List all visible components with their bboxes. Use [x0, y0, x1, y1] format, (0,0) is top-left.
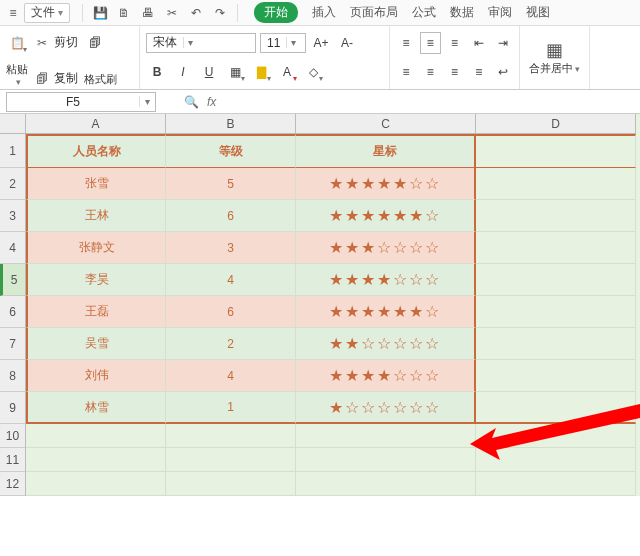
print-preview-icon[interactable]: 🗎 — [113, 6, 135, 20]
column-header-d[interactable]: D — [476, 114, 636, 134]
cell[interactable] — [476, 472, 636, 496]
fill-color-button[interactable]: ▇▾ — [250, 61, 272, 83]
redo-icon[interactable]: ↷ — [209, 6, 231, 20]
cell[interactable] — [166, 448, 296, 472]
row-header-4[interactable]: 4 — [0, 232, 26, 264]
row-header-10[interactable]: 10 — [0, 424, 26, 448]
cell[interactable]: ★★★★★★☆ — [296, 296, 476, 328]
cell[interactable]: ★★★★☆☆☆ — [296, 264, 476, 296]
paste-icon[interactable]: 📋▾ — [6, 32, 28, 54]
row-header-8[interactable]: 8 — [0, 360, 26, 392]
app-menu-icon[interactable]: ≡ — [4, 4, 22, 22]
row-header-6[interactable]: 6 — [0, 296, 26, 328]
cell[interactable] — [476, 392, 636, 424]
tab-start[interactable]: 开始 — [254, 2, 298, 23]
cancel-edit-icon[interactable]: 🔍 — [184, 95, 199, 109]
cell[interactable] — [476, 200, 636, 232]
align-center-icon[interactable]: ≡ — [420, 61, 440, 83]
align-top-icon[interactable]: ≡ — [396, 32, 416, 54]
cell[interactable]: 张静文 — [26, 232, 166, 264]
save-icon[interactable]: 💾 — [89, 6, 111, 20]
cut-icon[interactable]: ✂ — [161, 6, 183, 20]
copy-button[interactable]: 🗐复制 — [34, 70, 78, 87]
cut-button[interactable]: ✂剪切 — [34, 34, 78, 51]
cell[interactable]: 林雪 — [26, 392, 166, 424]
format-painter-button[interactable]: 格式刷 — [84, 72, 117, 87]
tab-data[interactable]: 数据 — [450, 4, 474, 21]
cell[interactable]: 3 — [166, 232, 296, 264]
cell[interactable]: 张雪 — [26, 168, 166, 200]
font-name-combo[interactable]: 宋体▾ — [146, 33, 256, 53]
print-icon[interactable]: 🖶 — [137, 6, 159, 20]
cell[interactable] — [476, 168, 636, 200]
cell[interactable] — [26, 448, 166, 472]
cell[interactable] — [26, 472, 166, 496]
indent-left-icon[interactable]: ⇤ — [469, 32, 489, 54]
tab-insert[interactable]: 插入 — [312, 4, 336, 21]
cell[interactable] — [26, 424, 166, 448]
clear-format-button[interactable]: ◇▾ — [302, 61, 324, 83]
file-menu-button[interactable]: 文件 ▾ — [24, 3, 70, 23]
cell[interactable]: ★★★★★☆☆ — [296, 168, 476, 200]
cell[interactable]: 王林 — [26, 200, 166, 232]
borders-button[interactable]: ▦▾ — [224, 61, 246, 83]
justify-icon[interactable]: ≡ — [469, 61, 489, 83]
tab-page-layout[interactable]: 页面布局 — [350, 4, 398, 21]
cell[interactable] — [476, 232, 636, 264]
cell[interactable]: 4 — [166, 264, 296, 296]
cell[interactable] — [296, 424, 476, 448]
bold-button[interactable]: B — [146, 61, 168, 83]
row-header-11[interactable]: 11 — [0, 448, 26, 472]
align-left-icon[interactable]: ≡ — [396, 61, 416, 83]
cell[interactable]: ★★★★☆☆☆ — [296, 360, 476, 392]
cell[interactable] — [476, 328, 636, 360]
underline-button[interactable]: U — [198, 61, 220, 83]
row-header-5[interactable]: 5 — [0, 264, 26, 296]
align-right-icon[interactable]: ≡ — [444, 61, 464, 83]
cell[interactable] — [476, 360, 636, 392]
italic-button[interactable]: I — [172, 61, 194, 83]
align-middle-icon[interactable]: ≡ — [420, 32, 440, 54]
merge-center-button[interactable]: ▦ 合并居中▾ — [529, 39, 580, 76]
cell[interactable]: 1 — [166, 392, 296, 424]
cell[interactable]: 2 — [166, 328, 296, 360]
font-color-button[interactable]: A▾ — [276, 61, 298, 83]
cell[interactable]: 6 — [166, 200, 296, 232]
decrease-font-button[interactable]: A- — [336, 32, 358, 54]
wrap-text-icon[interactable]: ↩ — [493, 61, 513, 83]
cell[interactable]: 5 — [166, 168, 296, 200]
cell[interactable] — [476, 424, 636, 448]
indent-right-icon[interactable]: ⇥ — [493, 32, 513, 54]
cell[interactable]: 等级 — [166, 134, 296, 168]
paste-special-icon[interactable]: 🗐 — [84, 32, 106, 54]
cell[interactable]: 4 — [166, 360, 296, 392]
cell[interactable]: ★☆☆☆☆☆☆ — [296, 392, 476, 424]
font-size-combo[interactable]: 11▾ — [260, 33, 306, 53]
cell[interactable] — [476, 134, 636, 168]
select-all-cell[interactable] — [0, 114, 26, 134]
column-header-a[interactable]: A — [26, 114, 166, 134]
cell[interactable] — [296, 472, 476, 496]
tab-review[interactable]: 审阅 — [488, 4, 512, 21]
row-header-1[interactable]: 1 — [0, 134, 26, 168]
cell[interactable]: 王磊 — [26, 296, 166, 328]
cell[interactable]: 李昊 — [26, 264, 166, 296]
undo-icon[interactable]: ↶ — [185, 6, 207, 20]
cell[interactable]: ★★★★★★☆ — [296, 200, 476, 232]
name-box[interactable]: F5 ▾ — [6, 92, 156, 112]
tab-formula[interactable]: 公式 — [412, 4, 436, 21]
cell[interactable] — [476, 296, 636, 328]
cell[interactable] — [476, 448, 636, 472]
paste-button[interactable]: 粘贴▾ — [6, 62, 28, 87]
row-header-7[interactable]: 7 — [0, 328, 26, 360]
tab-view[interactable]: 视图 — [526, 4, 550, 21]
cell[interactable]: ★★★☆☆☆☆ — [296, 232, 476, 264]
cell[interactable] — [166, 424, 296, 448]
cell[interactable]: 吴雪 — [26, 328, 166, 360]
cell[interactable]: 6 — [166, 296, 296, 328]
increase-font-button[interactable]: A+ — [310, 32, 332, 54]
row-header-12[interactable]: 12 — [0, 472, 26, 496]
cell[interactable] — [476, 264, 636, 296]
cell[interactable]: 星标 — [296, 134, 476, 168]
column-header-b[interactable]: B — [166, 114, 296, 134]
